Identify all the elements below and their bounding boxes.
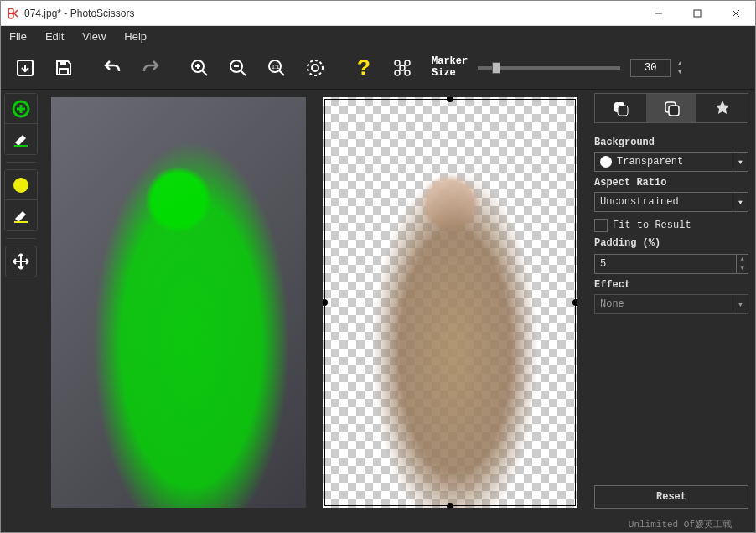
redo-button[interactable] (133, 50, 168, 85)
svg-rect-39 (618, 106, 628, 116)
background-select[interactable]: Transparent ▼ (594, 152, 748, 172)
foreground-marker-tool[interactable] (5, 94, 37, 124)
marker-size-label: Marker Size (432, 56, 468, 78)
help-icon: ? (357, 54, 370, 80)
aspect-label: Aspect Ratio (594, 177, 748, 189)
background-tab-icon (663, 100, 680, 116)
effect-select[interactable]: None ▼ (594, 294, 748, 314)
help-button[interactable]: ? (346, 50, 381, 85)
marker-size-slider[interactable] (478, 66, 620, 70)
close-button[interactable] (717, 1, 755, 26)
svg-rect-35 (14, 145, 28, 147)
fit-to-result-label: Fit to Result (613, 220, 691, 231)
toolbar: 1:1 ? Marker Size 30 ▲▼ (1, 46, 755, 90)
background-value: Transparent (617, 156, 683, 168)
padding-input[interactable]: 5 ▲▼ (594, 254, 748, 274)
effect-label: Effect (594, 279, 748, 291)
marker-size-spinner[interactable]: ▲▼ (676, 60, 684, 76)
minimize-button[interactable] (639, 1, 678, 26)
open-button[interactable] (8, 50, 43, 85)
canvas-area (41, 90, 588, 515)
svg-line-31 (404, 70, 406, 71)
marker-size-input[interactable]: 30 (630, 59, 671, 77)
foreground-tab-icon (612, 100, 629, 116)
svg-line-19 (279, 70, 284, 75)
save-button[interactable] (46, 50, 81, 85)
left-toolbox (1, 90, 41, 515)
properties-panel: Background Transparent ▼ Aspect Ratio Un… (588, 90, 755, 515)
svg-point-22 (312, 65, 318, 71)
zoom-fit-button[interactable] (298, 50, 333, 85)
svg-rect-5 (694, 10, 701, 17)
panel-tabs (594, 93, 748, 123)
svg-line-28 (399, 65, 401, 66)
crop-handle-right[interactable] (572, 299, 577, 306)
statusbar: Unlimited Of嫒英工戰 (1, 515, 755, 532)
aspect-value: Unconstrained (600, 196, 679, 208)
star-icon (714, 100, 731, 116)
background-marker-tool[interactable] (5, 170, 37, 200)
tab-background[interactable] (646, 94, 697, 122)
aspect-select[interactable]: Unconstrained ▼ (594, 192, 748, 212)
result-image (323, 97, 577, 508)
svg-point-21 (308, 60, 323, 75)
chevron-down-icon: ▼ (733, 153, 748, 171)
chevron-down-icon: ▼ (733, 193, 748, 211)
svg-rect-10 (60, 69, 68, 75)
svg-rect-41 (669, 106, 679, 116)
svg-line-16 (241, 70, 246, 75)
background-label: Background (594, 137, 748, 148)
menubar: File Edit View Help (1, 26, 755, 46)
app-window: 074.jpg* - PhotoScissors File Edit View … (0, 0, 756, 533)
titlebar: 074.jpg* - PhotoScissors (1, 1, 755, 26)
window-title: 074.jpg* - PhotoScissors (24, 8, 639, 19)
transparent-icon (600, 156, 612, 168)
svg-rect-37 (14, 221, 28, 223)
menu-file[interactable]: File (9, 30, 27, 43)
padding-spinner[interactable]: ▲▼ (736, 255, 748, 273)
reset-button[interactable]: Reset (594, 485, 748, 509)
svg-text:1:1: 1:1 (272, 64, 280, 70)
zoom-in-button[interactable] (182, 50, 217, 85)
fit-to-result-checkbox[interactable] (594, 219, 608, 232)
chevron-down-icon: ▼ (733, 295, 748, 313)
svg-rect-9 (60, 61, 66, 65)
padding-value: 5 (600, 258, 606, 270)
status-text: Unlimited Of嫒英工戰 (629, 518, 732, 530)
svg-line-12 (202, 70, 207, 75)
slider-thumb[interactable] (492, 62, 500, 74)
undo-button[interactable] (95, 50, 130, 85)
wand-button[interactable] (385, 50, 420, 85)
tab-favorite[interactable] (696, 94, 748, 122)
zoom-out-button[interactable] (220, 50, 256, 85)
result-pane[interactable] (316, 93, 584, 512)
tab-foreground[interactable] (595, 94, 646, 122)
menu-help[interactable]: Help (124, 30, 147, 43)
padding-label: Padding (%) (594, 237, 748, 249)
effect-value: None (600, 298, 624, 310)
svg-line-29 (404, 65, 406, 66)
background-eraser-tool[interactable] (5, 200, 37, 230)
zoom-actual-button[interactable]: 1:1 (259, 50, 294, 85)
source-image (51, 97, 306, 508)
app-icon (6, 7, 19, 20)
maximize-button[interactable] (678, 1, 717, 26)
svg-point-36 (13, 178, 28, 193)
source-pane[interactable] (44, 93, 313, 512)
menu-edit[interactable]: Edit (45, 30, 64, 43)
svg-line-30 (399, 70, 401, 71)
foreground-eraser-tool[interactable] (5, 124, 37, 154)
crop-handle-bottom[interactable] (447, 503, 453, 508)
menu-view[interactable]: View (82, 30, 106, 43)
reset-label: Reset (656, 491, 686, 503)
move-tool[interactable] (5, 246, 37, 277)
